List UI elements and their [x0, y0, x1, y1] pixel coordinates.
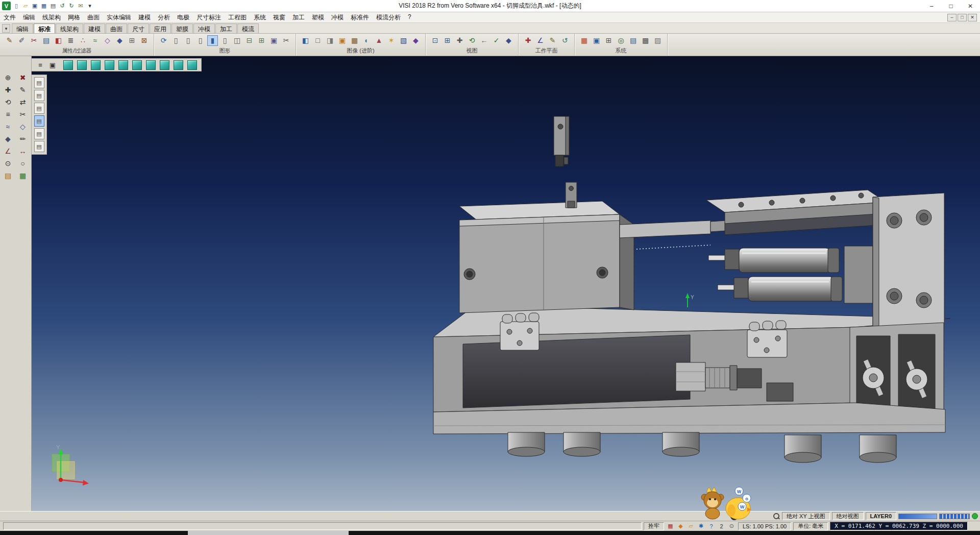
tab-machining[interactable]: 加工	[215, 23, 237, 33]
erase-icon[interactable]: ✖	[16, 71, 30, 83]
viewport-4-icon[interactable]: ▯	[219, 35, 230, 46]
menu-electrode[interactable]: 电极	[174, 12, 193, 23]
menu-mold[interactable]: 塑模	[308, 12, 328, 23]
split-view-icon[interactable]: ◫	[232, 35, 242, 46]
gear-status-icon[interactable]: ⊙	[727, 522, 736, 530]
rotate-icon[interactable]: ⟲	[1, 96, 15, 108]
save-icon[interactable]: ▣	[30, 2, 39, 11]
background-icon[interactable]: ▧	[398, 35, 409, 46]
menu-machining[interactable]: 加工	[289, 12, 308, 23]
trim-icon[interactable]: ✂	[16, 108, 30, 120]
texture-icon[interactable]: ▦	[349, 35, 360, 46]
tabbar-dropdown-icon[interactable]: ▾	[2, 24, 10, 33]
viewbar-window-icon[interactable]: ▣	[48, 60, 57, 69]
menu-window[interactable]: 视窗	[270, 12, 289, 23]
curve-filter-icon[interactable]: ≈	[90, 35, 101, 46]
tab-edit[interactable]: 编辑	[12, 23, 33, 33]
shaded-icon[interactable]: ◧	[300, 35, 311, 46]
layer-icon[interactable]: ▤	[41, 35, 52, 46]
point-icon[interactable]: ⊙	[1, 157, 15, 169]
color-table-icon[interactable]: ▦	[579, 35, 590, 46]
new-window-icon[interactable]: ▣	[268, 35, 279, 46]
menu-modeling[interactable]: 建模	[135, 12, 154, 23]
highlight-icon[interactable]: ✶	[386, 35, 397, 46]
previous-view-icon[interactable]: ←	[479, 35, 489, 46]
menu-surface[interactable]: 曲面	[84, 12, 103, 23]
new-doc-icon[interactable]: ▯	[12, 2, 21, 11]
menu-wireframe[interactable]: 线架构	[39, 12, 64, 23]
tab-modeling[interactable]: 建模	[84, 23, 105, 33]
hidden-line-icon[interactable]: ◨	[325, 35, 335, 46]
refresh-view-icon[interactable]: ⟳	[158, 35, 169, 46]
curve-icon[interactable]: ≈	[1, 120, 15, 132]
solid-icon[interactable]: ◆	[1, 133, 15, 144]
zoom-window-icon[interactable]: ⊞	[442, 35, 453, 46]
zoom-fit-icon[interactable]: ⊡	[430, 35, 440, 46]
viewport-1-icon[interactable]: ▯	[170, 35, 181, 46]
tools-status-icon[interactable]: ✱	[697, 522, 705, 530]
rotate-view-icon[interactable]: ⟲	[467, 35, 477, 46]
menu-edit[interactable]: 编辑	[19, 12, 39, 23]
matrix-icon[interactable]: ▩	[640, 35, 651, 46]
workplane-create-icon[interactable]: ✚	[523, 35, 533, 46]
database-icon[interactable]: ▤	[628, 35, 639, 46]
print-icon[interactable]: ▤	[48, 2, 58, 11]
distance-icon[interactable]: ↔	[16, 145, 30, 157]
open-doc-icon[interactable]: ▱	[21, 2, 30, 11]
plane-slot-5-icon[interactable]: ▤	[34, 128, 44, 139]
menu-file[interactable]: 文件	[0, 12, 19, 23]
menu-analysis[interactable]: 分析	[154, 12, 174, 23]
solid-filter-icon[interactable]: ◆	[114, 35, 125, 46]
split-horizontal-icon[interactable]: ⊟	[244, 35, 255, 46]
check-view-icon[interactable]: ✓	[491, 35, 502, 46]
snap-point-icon[interactable]: ◆	[676, 522, 685, 530]
viewport-2-icon[interactable]: ▯	[183, 35, 193, 46]
active-layer-indicator[interactable]: LAYER0	[866, 512, 896, 520]
modify-icon[interactable]: ✎	[16, 84, 30, 95]
capture-icon[interactable]: ✂	[281, 35, 291, 46]
info-system-icon[interactable]: ▨	[652, 35, 663, 46]
3d-viewport[interactable]: Y Y ≡ ▣	[32, 56, 980, 511]
view-axono-icon[interactable]	[160, 60, 169, 70]
layers-palette-icon[interactable]: ▤	[1, 169, 15, 181]
mail-icon[interactable]: ✉	[76, 2, 85, 11]
snap-config-icon[interactable]: ▣	[591, 35, 602, 46]
menu-dimension[interactable]: 尺寸标注	[193, 12, 225, 23]
mascot[interactable]: W o W	[697, 485, 751, 521]
folder-status-icon[interactable]: ▱	[687, 522, 695, 530]
view-dynamic-icon[interactable]	[187, 60, 197, 70]
search-icon[interactable]	[773, 513, 780, 520]
menu-mesh[interactable]: 网格	[64, 12, 84, 23]
section-view-icon[interactable]: ▲	[374, 35, 384, 46]
view-top-icon[interactable]	[132, 60, 142, 70]
view-trimetric-icon[interactable]	[174, 60, 183, 70]
viewport-3-icon[interactable]: ▯	[195, 35, 206, 46]
tab-wireframe[interactable]: 线架构	[56, 23, 83, 33]
grid-settings-icon[interactable]: ⊞	[603, 35, 614, 46]
workplane-reset-icon[interactable]: ↺	[559, 35, 570, 46]
undo-icon[interactable]: ↺	[58, 2, 67, 11]
all-filter-icon[interactable]: ⊞	[127, 35, 137, 46]
count-status-icon[interactable]: 2	[717, 522, 726, 530]
circle-icon[interactable]: ○	[16, 157, 30, 169]
material-icon[interactable]: ◆	[410, 35, 421, 46]
translate-icon[interactable]: ✚	[1, 84, 15, 95]
tab-dimension[interactable]: 尺寸	[128, 23, 149, 33]
menu-solid-edit[interactable]: 实体编辑	[103, 12, 135, 23]
angle-icon[interactable]: ∠	[1, 145, 15, 157]
menu-system[interactable]: 系统	[250, 12, 270, 23]
tab-application[interactable]: 应用	[150, 23, 171, 33]
redo-icon[interactable]: ↻	[67, 2, 76, 11]
snap-grid-icon[interactable]: ▦	[666, 522, 675, 530]
surface-filter-icon[interactable]: ◇	[102, 35, 113, 46]
tab-standard[interactable]: 标准	[34, 23, 55, 33]
viewport-active-icon[interactable]: ▮	[207, 35, 218, 46]
menu-help[interactable]: ?	[404, 12, 415, 23]
workplane-angle-icon[interactable]: ∠	[535, 35, 546, 46]
tab-surface[interactable]: 曲面	[106, 23, 127, 33]
menu-standard-parts[interactable]: 标准件	[347, 12, 373, 23]
view-back-icon[interactable]	[91, 60, 101, 70]
views-manager-icon[interactable]: ◆	[503, 35, 514, 46]
save-all-icon[interactable]: ▦	[39, 2, 48, 11]
taskbar-window-segment[interactable]	[188, 531, 349, 535]
